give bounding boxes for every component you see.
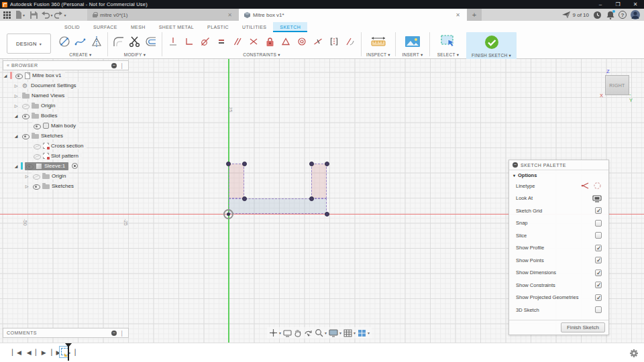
browser-item[interactable]: ▷ ⚙Document Settings — [3, 80, 137, 90]
sketch-point[interactable] — [325, 212, 329, 217]
visibility-eye-icon[interactable] — [26, 164, 34, 169]
collinear-constraint-icon[interactable] — [310, 33, 326, 50]
browser-item[interactable]: ◢ Bodies — [3, 111, 137, 121]
show-profile-checkbox[interactable] — [595, 245, 602, 251]
sketch-point[interactable] — [325, 162, 329, 166]
notifications-bell-icon[interactable] — [606, 11, 614, 19]
slice-checkbox[interactable] — [595, 232, 602, 239]
browser-panel-header[interactable]: « BROWSER − ❘ — [3, 60, 129, 70]
horizontal-vertical-constraint-icon[interactable] — [165, 33, 181, 50]
offset-tool-icon[interactable] — [143, 33, 159, 50]
finish-sketch-check-icon[interactable] — [478, 34, 506, 51]
panel-options-icon[interactable]: − — [111, 63, 117, 68]
tab-solid[interactable]: SOLID — [58, 22, 87, 32]
concentric-constraint-icon[interactable] — [294, 33, 310, 50]
visibility-eye-icon[interactable] — [15, 73, 23, 78]
sketch-profile-left-wall[interactable] — [229, 164, 244, 198]
browser-item[interactable]: Cross section — [3, 141, 137, 151]
options-section-header[interactable]: ▾ Options — [509, 170, 608, 180]
expander-icon[interactable]: ▷ — [24, 174, 30, 178]
tab-sketch[interactable]: SKETCH — [273, 22, 307, 32]
expander-icon[interactable]: ◢ — [13, 113, 19, 118]
panel-grip[interactable]: ❘ — [119, 330, 125, 337]
tab-sheet-metal[interactable]: SHEET METAL — [152, 22, 201, 32]
expander-icon[interactable]: ▷ — [24, 184, 30, 188]
centerline-linetype-icon[interactable] — [593, 182, 602, 190]
tab-plastic[interactable]: PLASTIC — [201, 22, 235, 32]
3d-sketch-checkbox[interactable] — [595, 306, 602, 313]
visibility-eye-icon[interactable] — [33, 184, 40, 189]
look-at-icon[interactable] — [592, 194, 602, 202]
pan-hand-icon[interactable] — [294, 328, 302, 337]
visibility-eye-off-icon[interactable] — [33, 174, 40, 179]
file-menu-icon[interactable]: ▾ — [13, 9, 27, 21]
minimize-button[interactable]: – — [592, 0, 609, 9]
snap-checkbox[interactable] — [595, 220, 602, 227]
user-avatar[interactable] — [631, 10, 640, 19]
new-tab-button[interactable]: + — [467, 9, 482, 21]
redo-icon[interactable]: ▾ — [54, 9, 67, 21]
look-at-icon[interactable] — [283, 329, 292, 337]
symmetry-constraint-icon[interactable] — [326, 33, 342, 50]
panel-grip[interactable]: ❘ — [119, 62, 125, 69]
expander-icon[interactable]: ◢ — [13, 133, 19, 138]
expander-icon[interactable]: ◢ — [13, 164, 19, 168]
browser-item[interactable]: Main body — [3, 121, 137, 131]
grid-settings-icon[interactable]: ▾ — [343, 329, 356, 337]
perpendicular-constraint-icon[interactable] — [246, 33, 262, 50]
create-group-label[interactable]: CREATE ▾ — [69, 52, 91, 58]
finish-sketch-label[interactable]: FINISH SKETCH ▾ — [472, 53, 511, 58]
show-dimensions-checkbox[interactable] — [595, 269, 602, 276]
visibility-eye-icon[interactable] — [34, 123, 41, 129]
midpoint-constraint-icon[interactable] — [278, 33, 294, 50]
visibility-eye-icon[interactable] — [22, 133, 30, 139]
timeline-position-marker[interactable] — [68, 345, 69, 361]
timeline-step-back-button[interactable]: ◀ — [27, 349, 36, 357]
view-cube-face[interactable]: RIGHT — [605, 75, 629, 95]
maximize-button[interactable]: ❒ — [609, 0, 627, 9]
browser-item[interactable]: ▷ Named Views — [3, 90, 137, 101]
data-panel-toggle-icon[interactable] — [0, 9, 13, 21]
browser-item[interactable]: ▷ Origin — [3, 171, 137, 181]
show-projected-geometries-checkbox[interactable] — [595, 294, 602, 301]
select-group-label[interactable]: SELECT ▾ — [437, 52, 460, 58]
browser-item-sleeve-active[interactable]: ◢ Sleeve:1 — [3, 161, 137, 171]
document-tab-mitre-v0[interactable]: mitre v0*(1) ✕ — [87, 9, 239, 21]
activate-component-radio[interactable] — [72, 163, 78, 169]
visibility-eye-icon[interactable] — [22, 113, 30, 119]
viewports-icon[interactable]: ▾ — [358, 329, 370, 337]
tab-utilities[interactable]: UTILITIES — [235, 22, 273, 32]
close-tab-icon[interactable]: ✕ — [454, 12, 462, 18]
free-orbit-icon[interactable] — [304, 328, 313, 337]
orbit-icon[interactable]: ▾ — [269, 328, 281, 337]
timeline-settings-gear-icon[interactable] — [629, 349, 639, 358]
sketch-point[interactable] — [309, 162, 314, 166]
sketch-point[interactable] — [226, 162, 231, 166]
parallel-constraint-icon[interactable] — [229, 33, 246, 50]
browser-item[interactable]: ◢ Sketches — [3, 131, 137, 141]
visibility-eye-off-icon[interactable] — [22, 103, 30, 109]
curvature-constraint-icon[interactable] — [342, 33, 358, 50]
show-points-checkbox[interactable] — [595, 257, 602, 263]
comments-panel-header[interactable]: COMMENTS − ❘ — [3, 328, 129, 338]
close-button[interactable]: ✕ — [627, 0, 644, 9]
view-cube[interactable]: RIGHT Z X -Y — [602, 71, 632, 99]
close-tab-icon[interactable]: ✕ — [226, 12, 233, 18]
show-constraints-checkbox[interactable] — [595, 282, 602, 288]
insert-image-icon[interactable] — [398, 33, 427, 50]
sketch-point[interactable] — [242, 196, 247, 201]
expander-icon[interactable]: ▷ — [13, 83, 19, 88]
fillet-tool-icon[interactable] — [111, 33, 127, 50]
circle-tool-icon[interactable] — [56, 33, 72, 50]
browser-item[interactable]: ▷ Origin — [3, 101, 137, 111]
tab-surface[interactable]: SURFACE — [87, 22, 124, 32]
collapse-panel-icon[interactable]: « — [7, 63, 9, 68]
browser-item[interactable]: Slot pattern — [3, 151, 137, 161]
trim-scissors-icon[interactable] — [127, 33, 143, 50]
inspect-group-label[interactable]: INSPECT ▾ — [366, 52, 390, 58]
panel-options-icon[interactable]: − — [513, 162, 518, 168]
sketch-point[interactable] — [309, 196, 314, 201]
display-settings-icon[interactable]: ▾ — [329, 329, 341, 337]
browser-item-root[interactable]: ◢ Mitre box v1 — [3, 70, 137, 80]
save-icon[interactable] — [27, 9, 40, 21]
